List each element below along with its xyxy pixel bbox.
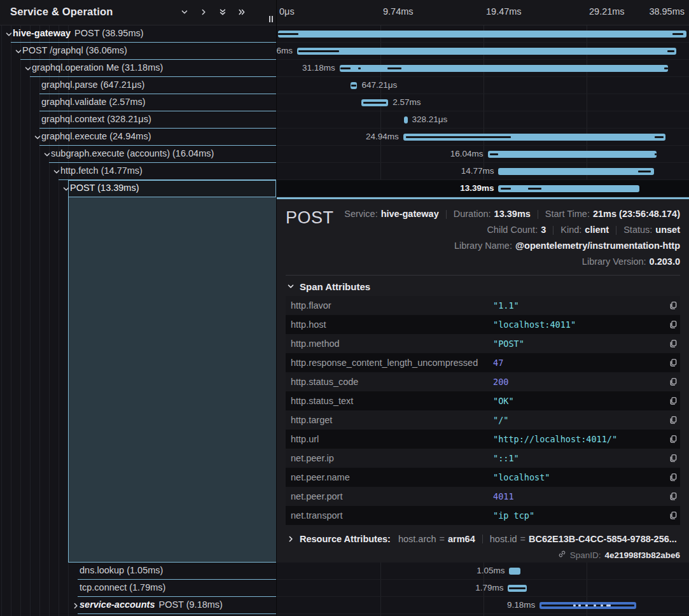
copy-icon[interactable]: [661, 301, 678, 310]
tree-row[interactable]: graphql.context (328.21μs): [0, 111, 276, 129]
attribute-key: http.method: [291, 339, 493, 349]
span-duration-label: 1.79ms: [475, 583, 508, 592]
chevron-right-icon[interactable]: [200, 8, 207, 16]
copy-icon[interactable]: [661, 435, 678, 444]
timeline-row[interactable]: 9.18ms: [277, 597, 689, 614]
span-bar[interactable]: [297, 48, 676, 55]
chevron-right-icon[interactable]: [72, 602, 80, 610]
child-span-marker: [387, 67, 401, 69]
copy-icon[interactable]: [661, 492, 678, 501]
span-id-value: 4e21998f3b82abe6: [604, 550, 680, 560]
span-bar[interactable]: [488, 151, 657, 158]
tree-row[interactable]: graphql.operation Me (31.18ms): [0, 60, 276, 77]
span-attributes-toggle[interactable]: Span Attributes: [287, 281, 680, 292]
tree-row[interactable]: tcp.connect (1.79ms): [0, 580, 276, 597]
child-span-marker: [363, 102, 387, 104]
copy-icon[interactable]: [661, 473, 678, 482]
span-bar[interactable]: [539, 602, 636, 609]
tree-row[interactable]: subgraph.execute (accounts) (16.04ms): [0, 146, 276, 163]
meta-label: Status:: [623, 224, 652, 236]
timeline-row[interactable]: 1.79ms: [277, 580, 689, 597]
child-span-marker: [298, 50, 338, 52]
timeline-row[interactable]: 2.57ms: [277, 94, 689, 111]
timeline-row[interactable]: 647.21μs: [277, 77, 689, 94]
chevron-down-icon[interactable]: [24, 65, 32, 73]
tree-row[interactable]: service-accountsPOST (9.18ms): [0, 597, 276, 614]
ruler-tick: 0μs: [279, 6, 295, 17]
chevron-down-icon[interactable]: [62, 185, 70, 193]
copy-icon[interactable]: [661, 320, 678, 329]
copy-icon[interactable]: [661, 511, 678, 520]
span-label: POST /graphql (36.06ms): [22, 45, 127, 55]
span-duration-label: 31.18ms: [302, 63, 340, 73]
copy-icon[interactable]: [661, 377, 678, 386]
span-bar[interactable]: [361, 99, 389, 106]
chevron-down-icon[interactable]: [181, 8, 188, 16]
timeline-row[interactable]: 1.05ms: [277, 563, 689, 580]
span-label: tcp.connect (1.79ms): [80, 582, 165, 592]
timeline-row[interactable]: 36.06ms: [277, 43, 689, 60]
span-bar[interactable]: [278, 31, 686, 38]
child-span-marker: [667, 50, 674, 52]
child-span-dot: [585, 605, 588, 606]
tree-row[interactable]: POST /graphql (36.06ms): [0, 43, 276, 60]
span-bar[interactable]: [403, 134, 665, 141]
double-chevron-down-icon[interactable]: [219, 8, 226, 16]
chevron-down-icon[interactable]: [34, 134, 41, 141]
span-bar[interactable]: [498, 168, 653, 175]
child-span-dot: [578, 605, 581, 606]
chevron-down-icon[interactable]: [15, 48, 22, 55]
tree-row[interactable]: graphql.validate (2.57ms): [0, 94, 276, 111]
row-underline: [78, 613, 276, 614]
meta-label: Library Name:: [454, 240, 512, 252]
chevron-down-icon[interactable]: [53, 168, 60, 176]
timeline-row[interactable]: 328.21μs: [277, 111, 689, 129]
span-bar[interactable]: [509, 568, 520, 575]
timeline-row[interactable]: 31.18ms: [277, 60, 689, 77]
chevron-down-icon[interactable]: [43, 151, 51, 158]
resource-attribute: host.id=BC62E13B-C4CC-5854-9788-256...: [490, 534, 677, 544]
chevron-down-icon[interactable]: [5, 31, 13, 38]
tree-row[interactable]: http.fetch (14.77ms): [0, 163, 276, 180]
timeline-row[interactable]: 14.77ms: [277, 163, 689, 180]
meta-value: unset: [655, 224, 680, 236]
span-bar[interactable]: [351, 82, 358, 89]
span-bar[interactable]: [498, 185, 639, 192]
copy-icon[interactable]: [661, 339, 678, 348]
tree-row[interactable]: hive-gatewayPOST (38.95ms): [0, 25, 276, 43]
span-duration-label: 647.21μs: [357, 80, 397, 90]
timeline-row[interactable]: 38.95ms: [277, 25, 689, 43]
timeline-row[interactable]: 16.04ms: [277, 146, 689, 163]
attribute-row: http.flavor"1.1": [286, 296, 680, 315]
attribute-row: http.host"localhost:4011": [286, 315, 680, 334]
tree-row[interactable]: graphql.execute (24.94ms): [0, 129, 276, 146]
span-bar[interactable]: [340, 65, 668, 72]
link-icon[interactable]: [558, 550, 566, 560]
copy-icon[interactable]: [661, 396, 678, 405]
panel-resize-handle[interactable]: [269, 16, 273, 22]
span-label: graphql.validate (2.57ms): [41, 97, 146, 107]
attribute-row: net.peer.name"localhost": [286, 468, 680, 487]
attribute-value: 47: [493, 358, 661, 368]
copy-icon[interactable]: [661, 454, 678, 463]
span-detail-meta: Service:hive-gatewayDuration:13.39msStar…: [344, 206, 680, 268]
attribute-row: net.peer.ip"::1": [286, 449, 680, 468]
timeline-row[interactable]: 24.94ms: [277, 129, 689, 146]
child-span-marker: [672, 33, 683, 35]
copy-icon[interactable]: [661, 416, 678, 424]
tree-row[interactable]: graphql.parse (647.21μs): [0, 77, 276, 94]
attribute-value: 200: [493, 377, 661, 387]
attribute-key: net.peer.name: [291, 472, 493, 482]
timeline-row[interactable]: 13.39ms: [277, 180, 689, 197]
resource-attributes-toggle[interactable]: Resource Attributes: host.arch=arm64host…: [286, 534, 680, 544]
child-span-marker: [664, 67, 668, 69]
attribute-value: "localhost": [493, 472, 661, 482]
double-chevron-right-icon[interactable]: [238, 8, 246, 16]
resource-attribute: host.arch=arm64: [398, 534, 475, 544]
span-duration-label: 1.05ms: [477, 566, 509, 575]
copy-icon[interactable]: [661, 358, 678, 367]
span-bar[interactable]: [508, 585, 527, 592]
tree-row[interactable]: POST (13.39ms): [0, 180, 276, 197]
detail-spacer: [0, 197, 276, 563]
tree-row[interactable]: dns.lookup (1.05ms): [0, 563, 276, 580]
